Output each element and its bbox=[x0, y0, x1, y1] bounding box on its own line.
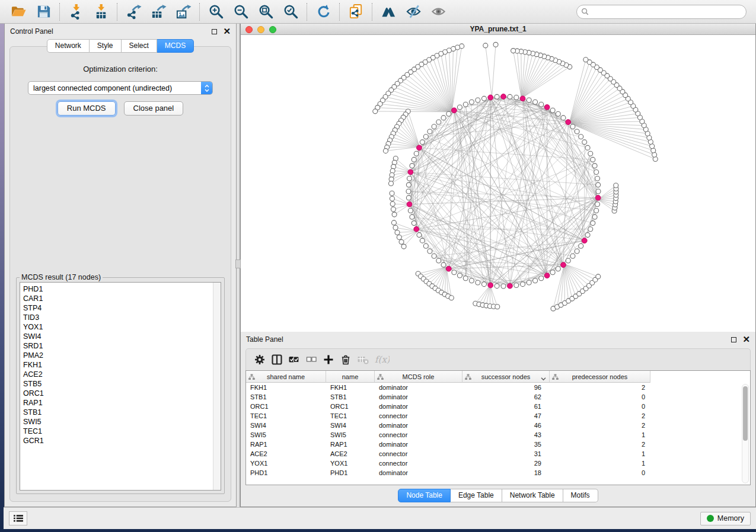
column-header-name[interactable]: name bbox=[326, 371, 375, 383]
mcds-result-item[interactable]: SWI4 bbox=[23, 332, 221, 341]
selected-node[interactable] bbox=[417, 145, 422, 150]
selected-node[interactable] bbox=[414, 226, 419, 232]
mcds-result-item[interactable]: CAR1 bbox=[23, 294, 221, 303]
zoom-fit-button[interactable] bbox=[256, 2, 275, 21]
table-row[interactable]: STB1STB1dominator620 bbox=[246, 392, 750, 402]
table-tab-edge-table[interactable]: Edge Table bbox=[451, 489, 502, 502]
clone-network-button[interactable] bbox=[346, 2, 365, 21]
table-row[interactable]: TEC1TEC1connector472 bbox=[246, 411, 750, 421]
table-row[interactable]: SWI5SWI5connector431 bbox=[246, 430, 750, 440]
zoom-out-button[interactable] bbox=[231, 2, 250, 21]
selected-node[interactable] bbox=[566, 120, 571, 125]
selected-node[interactable] bbox=[408, 169, 413, 175]
selected-node[interactable] bbox=[582, 238, 587, 243]
selected-node[interactable] bbox=[488, 95, 493, 100]
table-row[interactable]: ACE2ACE2connector311 bbox=[246, 449, 750, 459]
float-table-panel-icon[interactable] bbox=[731, 337, 736, 342]
mcds-result-item[interactable]: FKH1 bbox=[23, 360, 221, 370]
table-row[interactable]: SWI4SWI4dominator462 bbox=[246, 421, 750, 430]
zoom-selected-button[interactable] bbox=[281, 2, 300, 21]
column-header-shared-name[interactable]: shared name bbox=[246, 371, 326, 383]
mcds-result-item[interactable]: GCR1 bbox=[23, 436, 221, 446]
selected-node[interactable] bbox=[451, 108, 457, 113]
mcds-result-item[interactable]: YOX1 bbox=[23, 322, 221, 332]
selected-node[interactable] bbox=[488, 283, 493, 288]
table-tab-node-table[interactable]: Node Table bbox=[398, 489, 451, 502]
close-panel-button[interactable]: Close panel bbox=[124, 101, 184, 116]
list-scrollbar[interactable] bbox=[213, 283, 221, 490]
mcds-result-item[interactable]: ORC1 bbox=[23, 389, 221, 398]
search-input[interactable] bbox=[591, 8, 742, 16]
mcds-result-item[interactable]: SRD1 bbox=[23, 341, 221, 351]
import-network-button[interactable] bbox=[66, 2, 85, 21]
network-graph[interactable] bbox=[241, 35, 752, 330]
status-menu-button[interactable] bbox=[9, 511, 27, 525]
import-table-button[interactable] bbox=[91, 2, 110, 21]
selected-node[interactable] bbox=[520, 96, 525, 101]
tab-select[interactable]: Select bbox=[122, 39, 157, 53]
export-table-button[interactable] bbox=[149, 2, 168, 21]
network-canvas[interactable] bbox=[241, 35, 755, 332]
save-session-button[interactable] bbox=[34, 2, 53, 21]
hide-selected-button[interactable] bbox=[404, 2, 423, 21]
selected-node[interactable] bbox=[544, 105, 550, 110]
panel-splitter[interactable] bbox=[237, 24, 240, 507]
column-header-MCDS-role[interactable]: MCDS role bbox=[375, 371, 462, 383]
export-image-button[interactable] bbox=[174, 2, 193, 21]
export-network-button[interactable] bbox=[124, 2, 143, 21]
splitter-handle-icon[interactable] bbox=[235, 259, 241, 268]
selected-node[interactable] bbox=[407, 201, 412, 207]
table-scrollbar[interactable] bbox=[742, 384, 749, 483]
apply-layout-button[interactable] bbox=[314, 2, 333, 21]
mcds-result-item[interactable]: RAP1 bbox=[23, 398, 221, 408]
show-all-button[interactable] bbox=[429, 2, 448, 21]
tab-style[interactable]: Style bbox=[90, 39, 122, 53]
table-tab-motifs[interactable]: Motifs bbox=[563, 489, 598, 502]
memory-button[interactable]: Memory bbox=[700, 512, 751, 525]
mcds-result-item[interactable]: TID3 bbox=[23, 313, 221, 322]
selected-node[interactable] bbox=[595, 196, 601, 201]
search-box[interactable] bbox=[576, 5, 747, 19]
mcds-result-item[interactable]: STB5 bbox=[23, 379, 221, 389]
select-all-columns-button[interactable] bbox=[288, 354, 300, 366]
zoom-window-button[interactable] bbox=[269, 26, 276, 33]
mcds-result-item[interactable]: SWI5 bbox=[23, 417, 221, 427]
mcds-result-item[interactable]: PHD1 bbox=[23, 284, 221, 294]
zoom-in-button[interactable] bbox=[206, 2, 225, 21]
close-panel-icon[interactable]: ✕ bbox=[223, 28, 231, 34]
mcds-result-item[interactable]: STB1 bbox=[23, 408, 221, 417]
run-mcds-button[interactable]: Run MCDS bbox=[58, 101, 116, 116]
first-neighbors-button[interactable] bbox=[379, 2, 398, 21]
mcds-result-item[interactable]: STP4 bbox=[23, 303, 221, 313]
selected-node[interactable] bbox=[446, 266, 451, 271]
table-row[interactable]: ORC1ORC1dominator610 bbox=[246, 402, 750, 411]
selected-node[interactable] bbox=[544, 273, 550, 278]
unselect-all-columns-button[interactable] bbox=[305, 354, 317, 366]
scrollbar-thumb[interactable] bbox=[743, 386, 748, 441]
create-column-button[interactable] bbox=[323, 354, 334, 366]
column-settings-button[interactable] bbox=[254, 354, 266, 366]
close-table-panel-icon[interactable]: ✕ bbox=[742, 336, 750, 342]
tab-mcds[interactable]: MCDS bbox=[157, 39, 194, 53]
mcds-result-item[interactable]: TEC1 bbox=[23, 427, 221, 436]
table-tab-network-table[interactable]: Network Table bbox=[502, 489, 563, 502]
table-row[interactable]: PHD1PHD1dominator180 bbox=[246, 468, 750, 477]
tab-network[interactable]: Network bbox=[47, 39, 90, 53]
table-row[interactable]: FKH1FKH1dominator962 bbox=[246, 383, 750, 392]
selected-node[interactable] bbox=[501, 94, 506, 100]
delete-columns-button[interactable] bbox=[340, 354, 352, 366]
mcds-result-item[interactable]: ACE2 bbox=[23, 370, 221, 379]
selected-node[interactable] bbox=[561, 262, 566, 268]
table-row[interactable]: RAP1RAP1dominator352 bbox=[246, 440, 750, 449]
table-row[interactable]: YOX1YOX1connector291 bbox=[246, 459, 750, 468]
column-header-successor-nodes[interactable]: successor nodes bbox=[462, 371, 550, 383]
column-header-predecessor-nodes[interactable]: predecessor nodes bbox=[550, 371, 650, 383]
criterion-select[interactable]: largest connected component (undirected) bbox=[28, 81, 213, 95]
mcds-result-item[interactable]: PMA2 bbox=[23, 351, 221, 360]
float-panel-icon[interactable] bbox=[212, 29, 217, 34]
selected-node[interactable] bbox=[508, 283, 513, 289]
open-session-button[interactable] bbox=[9, 2, 28, 21]
show-column-browser-button[interactable] bbox=[271, 354, 283, 366]
close-window-button[interactable] bbox=[245, 26, 253, 33]
mcds-result-list[interactable]: PHD1CAR1STP4TID3YOX1SWI4SRD1PMA2FKH1ACE2… bbox=[20, 282, 221, 491]
